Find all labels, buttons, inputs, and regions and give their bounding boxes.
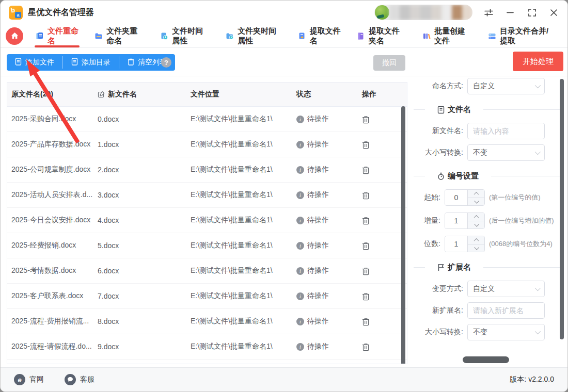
- info-icon: [296, 292, 304, 300]
- increase-icon[interactable]: [468, 190, 484, 198]
- tab-label: 批量创建文件: [434, 26, 472, 46]
- tab-2[interactable]: 文件夹重命名: [93, 24, 145, 47]
- new-filename: 8.docx: [98, 317, 191, 325]
- file-location: E:\测试文件\批量重命名1\: [191, 291, 296, 301]
- close-button[interactable]: [548, 7, 559, 18]
- status-text: 待操作: [307, 216, 329, 225]
- file-location: E:\测试文件\批量重命名1\: [191, 342, 296, 351]
- increment-stepper: [445, 213, 485, 229]
- info-icon: [296, 116, 304, 123]
- info-icon: [296, 318, 304, 325]
- home-button[interactable]: [6, 27, 23, 45]
- decrease-icon[interactable]: [468, 221, 484, 229]
- delete-row-icon[interactable]: [362, 216, 397, 225]
- delete-row-icon[interactable]: [362, 166, 397, 174]
- delete-row-icon[interactable]: [362, 317, 397, 326]
- new-filename-input[interactable]: [467, 123, 545, 139]
- tab-4[interactable]: 文件夹时间属性: [225, 24, 283, 47]
- ext-case-convert-select[interactable]: 不变: [467, 324, 545, 340]
- digits-label: 位数:: [414, 239, 440, 249]
- delete-row-icon[interactable]: [362, 115, 397, 124]
- naming-mode-label: 命名方式:: [414, 81, 463, 91]
- start-number-hint: (第一位编号的值): [489, 193, 541, 202]
- add-directory-button[interactable]: 添加目录: [63, 54, 119, 71]
- increment-input[interactable]: [445, 213, 467, 228]
- increase-icon[interactable]: [468, 213, 484, 221]
- undo-button[interactable]: 撤回: [373, 55, 405, 71]
- file-location: E:\测试文件\批量重命名1\: [191, 165, 296, 174]
- case-convert-select[interactable]: 不变: [467, 144, 545, 161]
- original-filename: 2025-客户联系表.docx: [7, 291, 98, 301]
- toolbar-button-group: 添加文件 添加目录 清空列表: [7, 54, 175, 71]
- tab-1[interactable]: 文件重命名: [35, 24, 80, 47]
- original-filename: 2025-公司规章制度.docx: [7, 165, 98, 174]
- chevron-down-icon: [535, 329, 541, 334]
- maximize-button[interactable]: [526, 7, 538, 18]
- increase-icon[interactable]: [468, 236, 484, 244]
- delete-row-icon[interactable]: [362, 267, 397, 275]
- user-account-pill[interactable]: [374, 5, 472, 20]
- batch-create-icon: [422, 32, 431, 40]
- table-row: 2025-公司规章制度.docx2.docxE:\测试文件\批量重命名1\待操作: [7, 157, 407, 183]
- status-cell: 待操作: [296, 342, 356, 351]
- digits-input[interactable]: [445, 236, 467, 252]
- status-cell: 待操作: [296, 266, 356, 275]
- extension-section-header: 扩展名: [414, 263, 561, 272]
- help-button[interactable]: ?: [161, 57, 171, 68]
- file-location: E:\测试文件\批量重命名1\: [191, 216, 296, 225]
- tab-7[interactable]: 批量创建文件: [421, 24, 473, 47]
- add-files-button[interactable]: 添加文件: [7, 54, 62, 71]
- merge-extract-icon: [488, 32, 496, 40]
- file-table: 原文件名(20) 新文件名 文件位置 状态 操作 2025-采购合同.docx0…: [7, 82, 407, 364]
- table-scrollbar[interactable]: [401, 106, 405, 364]
- original-filename: 2025-产品库存数据.docx: [7, 140, 98, 149]
- stopwatch-icon: [437, 172, 445, 181]
- info-icon: [296, 191, 304, 199]
- table-row: 2025-考情数据.docx6.docxE:\测试文件\批量重命名1\待操作: [7, 258, 407, 284]
- chevron-down-icon: [535, 149, 541, 155]
- decrease-icon[interactable]: [468, 244, 484, 252]
- tab-3[interactable]: 文件时间属性: [159, 24, 211, 47]
- table-row: 2025-经费报销.docx5.docxE:\测试文件\批量重命名1\待操作: [7, 233, 407, 258]
- titlebar: ba 星优文件名管理器: [1, 1, 567, 24]
- table-row: 2025-流程-费用报销流...8.docxE:\测试文件\批量重命名1\待操作: [7, 309, 407, 334]
- footer: e 官网 客服 版本:v2.2.0.0: [1, 367, 567, 391]
- original-filename: 2025-流程-请假流程.do...: [7, 342, 98, 351]
- delete-row-icon[interactable]: [362, 140, 397, 149]
- new-extension-input[interactable]: [467, 302, 545, 319]
- official-website-link[interactable]: e 官网: [14, 374, 44, 385]
- new-filename: 5.docx: [98, 241, 191, 250]
- customer-service-link[interactable]: 客服: [65, 374, 94, 385]
- naming-mode-select[interactable]: 自定义: [467, 78, 545, 94]
- change-mode-select[interactable]: 自定义: [467, 281, 545, 297]
- settings-sliders-icon[interactable]: [483, 7, 494, 18]
- decrease-icon[interactable]: [468, 198, 484, 206]
- new-filename: 3.docx: [98, 191, 191, 199]
- tab-8[interactable]: 目录文件合并/提取: [487, 24, 554, 47]
- start-process-button[interactable]: 开始处理: [513, 52, 563, 71]
- tab-5[interactable]: 提取文件名: [297, 24, 342, 47]
- files-rename-icon: [36, 32, 44, 40]
- delete-row-icon[interactable]: [362, 191, 397, 200]
- delete-row-icon[interactable]: [362, 342, 397, 351]
- delete-row-icon[interactable]: [362, 292, 397, 301]
- delete-row-icon[interactable]: [362, 241, 397, 250]
- new-filename: 2.docx: [98, 166, 191, 174]
- panel-scrollbar[interactable]: [560, 79, 564, 339]
- new-filename: 6.docx: [98, 267, 191, 275]
- tab-6[interactable]: 提取文件夹名: [356, 24, 407, 47]
- status-text: 待操作: [307, 190, 329, 200]
- tab-label: 文件重命名: [48, 26, 78, 46]
- file-location: E:\测试文件\批量重命名1\: [191, 266, 296, 275]
- info-icon: [296, 217, 304, 224]
- minimize-button[interactable]: [504, 7, 516, 18]
- tab-label: 提取文件夹名: [369, 26, 406, 46]
- status-cell: 待操作: [296, 190, 356, 200]
- file-icon: [437, 106, 445, 114]
- status-cell: 待操作: [296, 291, 356, 301]
- trash-icon: [128, 58, 134, 67]
- col-location: 文件位置: [191, 90, 296, 99]
- status-text: 待操作: [307, 266, 329, 275]
- version-text: 版本:v2.2.0.0: [510, 375, 554, 384]
- start-number-input[interactable]: [445, 190, 467, 205]
